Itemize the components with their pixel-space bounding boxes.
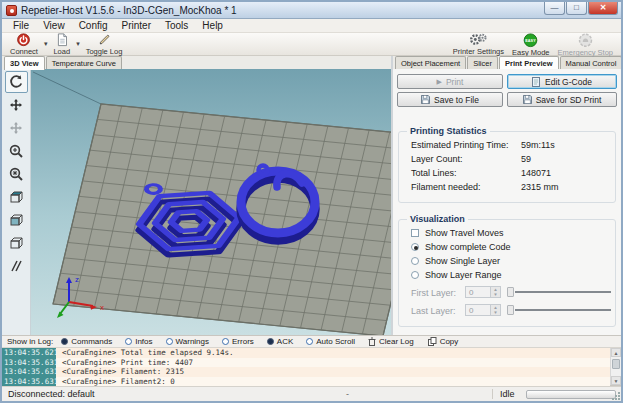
menu-config[interactable]: Config	[72, 19, 115, 33]
tab-temperature-curve[interactable]: Temperature Curve	[46, 56, 122, 69]
repetier-host-window: Repetier-Host V1.5.6 - In3D-CGen_MocKhoa…	[0, 0, 623, 403]
zoom-in-icon	[8, 143, 24, 159]
emergency-stop-icon	[578, 33, 593, 48]
copy-button[interactable]: Copy	[428, 337, 459, 346]
scrollbar-thumb[interactable]	[612, 359, 620, 369]
filter-commands[interactable]: Commands	[61, 337, 112, 346]
show-in-log-label: Show in Log:	[7, 337, 53, 346]
log-entry: 13:04:35.631<CuraEngine> Filament2: 0	[2, 377, 610, 387]
zoom-in-button[interactable]	[5, 140, 28, 162]
scroll-up-icon[interactable]: ▲	[611, 348, 621, 357]
log-entry: 13:04:35.631<CuraEngine> Filament: 2315	[2, 367, 610, 377]
menu-printer[interactable]: Printer	[115, 19, 158, 33]
clear-log-button[interactable]: Clear Log	[368, 337, 414, 346]
spinner-arrows-icon[interactable]: ▲▼	[490, 305, 500, 315]
filter-infos[interactable]: Infos	[125, 337, 152, 346]
menu-file[interactable]: File	[6, 19, 36, 33]
printing-statistics-title: Printing Statistics	[407, 126, 490, 136]
print-button[interactable]: ▶ Print	[397, 74, 503, 89]
connect-button[interactable]: Connect	[6, 33, 42, 55]
axis-z-label: z	[75, 275, 79, 284]
show-complete-code-radio[interactable]	[411, 243, 419, 251]
log-output: 13:04:35.621<CuraEngine> Total time elap…	[2, 348, 621, 386]
log-scrollbar[interactable]: ▲ ▼	[610, 348, 621, 385]
scroll-down-icon[interactable]: ▼	[611, 376, 621, 385]
first-layer-label: First Layer:	[411, 288, 456, 298]
toggle-on-icon	[267, 338, 274, 345]
filter-warnings[interactable]: Warnings	[166, 337, 210, 346]
tab-object-placement[interactable]: Object Placement	[395, 56, 466, 69]
minimize-button[interactable]: —	[544, 2, 565, 15]
toggle-off-icon	[222, 338, 229, 345]
emergency-stop-button[interactable]: Emergency Stop	[554, 33, 617, 56]
tab-slicer[interactable]: Slicer	[467, 56, 498, 69]
easy-mode-icon: EASY	[523, 33, 538, 48]
load-button[interactable]: Load	[49, 33, 74, 55]
move-viewpoint-icon	[8, 120, 24, 136]
load-icon	[55, 33, 69, 47]
left-pane: 3D View Temperature Curve	[2, 56, 391, 335]
save-icon	[421, 95, 430, 104]
first-layer-spinner[interactable]: 0 ▲▼	[465, 286, 501, 298]
slider-thumb[interactable]	[507, 287, 514, 297]
toggle-off-icon	[306, 338, 313, 345]
menu-tools[interactable]: Tools	[158, 19, 195, 33]
window-title: Repetier-Host V1.5.6 - In3D-CGen_MocKhoa…	[21, 5, 237, 16]
last-layer-slider[interactable]	[507, 304, 611, 316]
menu-help[interactable]: Help	[195, 19, 230, 33]
control-tabs: Object Placement Slicer Print Preview Ma…	[393, 56, 621, 69]
right-pane: Object Placement Slicer Print Preview Ma…	[393, 56, 621, 335]
first-layer-slider[interactable]	[507, 286, 611, 298]
load-dropdown[interactable]: ▾	[74, 40, 82, 48]
save-for-sd-button[interactable]: Save for SD Print	[507, 92, 617, 107]
show-travel-moves-checkbox[interactable]	[411, 229, 419, 237]
toggle-log-button[interactable]: Toggle Log	[82, 33, 127, 55]
edit-gcode-button[interactable]: Edit G-Code	[507, 74, 617, 89]
connect-dropdown[interactable]: ▾	[42, 40, 50, 48]
tab-print-preview[interactable]: Print Preview	[499, 56, 559, 70]
filter-errors[interactable]: Errors	[222, 337, 254, 346]
stat-value: 2315 mm	[521, 182, 559, 192]
show-single-layer-radio[interactable]	[411, 257, 419, 265]
show-single-layer-label: Show Single Layer	[425, 256, 500, 266]
spinner-arrows-icon[interactable]: ▲▼	[490, 287, 500, 297]
menu-view[interactable]: View	[36, 19, 72, 33]
rotate-view-button[interactable]	[5, 71, 28, 93]
filter-auto-scroll[interactable]: Auto Scroll	[306, 337, 355, 346]
menubar: File View Config Printer Tools Help	[2, 19, 621, 33]
parallel-projection-button[interactable]	[5, 255, 28, 277]
tab-3d-view[interactable]: 3D View	[4, 56, 45, 70]
last-layer-spinner[interactable]: 0 ▲▼	[465, 304, 501, 316]
top-view-button[interactable]	[5, 232, 28, 254]
titlebar: Repetier-Host V1.5.6 - In3D-CGen_MocKhoa…	[2, 2, 621, 19]
printer-settings-button[interactable]: Printer Settings	[449, 33, 508, 56]
save-to-file-button[interactable]: Save to File	[397, 92, 503, 107]
show-layer-range-radio[interactable]	[411, 271, 419, 279]
filter-ack[interactable]: ACK	[267, 337, 293, 346]
resize-grip[interactable]	[611, 391, 620, 400]
zoom-fit-button[interactable]	[5, 163, 28, 185]
zoom-fit-icon	[8, 166, 24, 182]
tab-manual-control[interactable]: Manual Control	[560, 56, 623, 69]
slider-thumb[interactable]	[507, 305, 514, 315]
save-sd-icon	[523, 95, 532, 104]
log-toolbar: Show in Log: Commands Infos Warnings Err…	[2, 335, 621, 348]
move-object-button[interactable]	[5, 94, 28, 116]
axis-x-label: x	[100, 303, 104, 312]
connection-status: Disconnected: default	[8, 389, 95, 399]
move-viewpoint-button[interactable]	[5, 117, 28, 139]
move-icon	[8, 97, 24, 113]
front-view-button[interactable]	[5, 209, 28, 231]
parallel-projection-icon	[8, 258, 24, 274]
close-button[interactable]: ✕	[588, 2, 618, 15]
edit-gcode-icon	[532, 77, 541, 87]
statusbar-separator: -	[346, 389, 349, 399]
easy-mode-button[interactable]: EASY Easy Mode	[508, 33, 554, 56]
isometric-view-button[interactable]	[5, 186, 28, 208]
toggle-off-icon	[125, 338, 132, 345]
maximize-button[interactable]: □	[566, 2, 587, 15]
stat-value: 59m:11s	[521, 140, 555, 150]
progress-bar	[526, 390, 616, 399]
gears-icon	[469, 33, 487, 47]
3d-viewport[interactable]: z x	[31, 69, 391, 335]
